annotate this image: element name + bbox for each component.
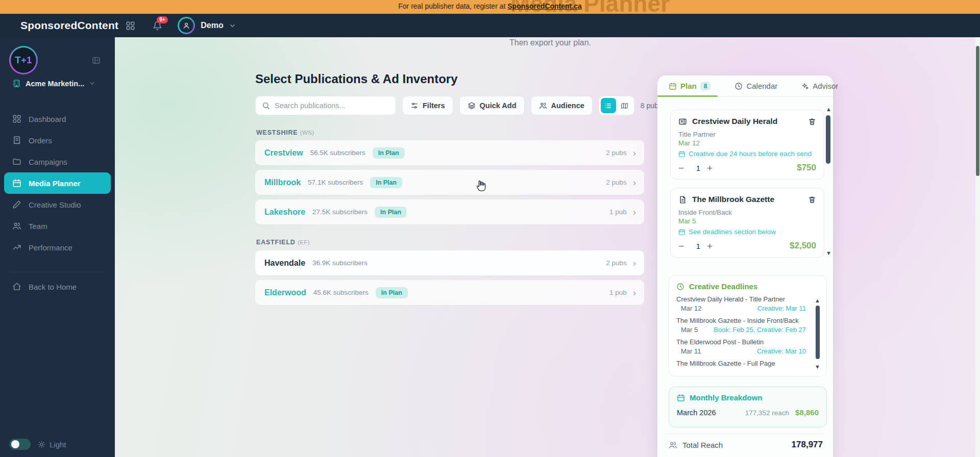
people-icon bbox=[669, 441, 677, 449]
deadline-row: Mar 5 Book: Feb 25, Creative: Feb 27 bbox=[676, 326, 819, 334]
sidebar-divider bbox=[9, 272, 106, 272]
user-menu-chevron-icon[interactable] bbox=[229, 22, 236, 30]
sidebar-item-media-planner[interactable]: Media Planner bbox=[4, 172, 111, 194]
plan-item-note: See deadlines section below bbox=[678, 228, 816, 236]
sidebar-item-label: Creative Studio bbox=[29, 200, 81, 209]
org-switcher[interactable]: Acme Marketin... bbox=[12, 79, 95, 88]
workspace-logo: T+1 bbox=[9, 46, 38, 74]
receipt-icon bbox=[12, 136, 21, 145]
total-reach-row: Total Reach 178,977 bbox=[669, 440, 823, 450]
publication-row-elderwood[interactable]: Elderwood 45.6K subscribers In Plan 1 pu… bbox=[255, 280, 644, 305]
theme-toggle[interactable] bbox=[9, 439, 31, 450]
sidebar-item-campaigns[interactable]: Campaigns bbox=[0, 151, 115, 172]
sidebar-item-team[interactable]: Team bbox=[0, 215, 115, 237]
panel-divider bbox=[666, 434, 825, 434]
deadline-name: Crestview Daily Herald - Title Partner bbox=[676, 295, 819, 303]
quantity-decrease-button[interactable]: − bbox=[678, 163, 690, 173]
plan-item-card: The Millbrook Gazette Inside Front/Back … bbox=[670, 188, 824, 258]
plan-item-note: Creative due 24 hours before each send bbox=[678, 150, 816, 158]
person-icon bbox=[182, 21, 190, 30]
group-header-westshire: WESTSHIRE (WS) bbox=[256, 129, 314, 136]
quantity-increase-button[interactable]: + bbox=[707, 241, 718, 251]
home-icon bbox=[12, 282, 21, 291]
creative-deadlines-heading: Creative Deadlines bbox=[676, 282, 819, 291]
sidebar-collapse-icon[interactable] bbox=[92, 56, 101, 65]
audience-icon bbox=[539, 101, 547, 110]
sun-icon bbox=[38, 441, 45, 448]
deadline-row: Mar 11 Creative: Mar 10 bbox=[676, 347, 819, 355]
delete-item-icon[interactable] bbox=[808, 117, 816, 125]
promo-banner: Media Planner For real publisher data, r… bbox=[0, 0, 980, 14]
brand-logo-text: SponsoredContent bbox=[20, 19, 118, 32]
sidebar-item-back-to-home[interactable]: Back to Home bbox=[0, 276, 115, 297]
filters-button[interactable]: Filters bbox=[402, 96, 453, 115]
calendar-icon bbox=[677, 394, 685, 402]
page-scrollbar-thumb[interactable] bbox=[976, 46, 979, 176]
sidebar-item-label: Team bbox=[29, 222, 47, 231]
sidebar-item-label: Orders bbox=[29, 136, 52, 145]
plan-item-placement: Inside Front/Back bbox=[678, 209, 816, 216]
westshire-rows: Crestview 56.5K subscribers In Plan 2 pu… bbox=[255, 140, 644, 229]
user-name: Demo bbox=[201, 21, 223, 30]
publication-row-havendale[interactable]: Havendale 36.9K subscribers 2 pubs › bbox=[255, 250, 644, 275]
user-avatar[interactable] bbox=[178, 17, 195, 34]
deadlines-scrollbar[interactable] bbox=[816, 306, 820, 359]
page-scrollbar-track[interactable] bbox=[975, 37, 980, 457]
list-icon bbox=[604, 102, 612, 110]
publication-row-lakeshore[interactable]: Lakeshore 27.5K subscribers In Plan 1 pu… bbox=[255, 199, 644, 224]
chevron-right-icon: › bbox=[633, 288, 636, 297]
sidebar-item-performance[interactable]: Performance bbox=[0, 237, 115, 258]
sidebar: T+1 Acme Marketin... Dashboard Orders Ca… bbox=[0, 37, 115, 457]
search-input[interactable] bbox=[275, 101, 389, 110]
list-view-button[interactable] bbox=[601, 98, 616, 113]
layers-icon bbox=[468, 101, 476, 110]
scroll-down-icon[interactable]: ▼ bbox=[815, 364, 820, 370]
quantity-increase-button[interactable]: + bbox=[707, 163, 718, 173]
in-plan-badge: In Plan bbox=[373, 147, 405, 159]
plan-item-placement: Title Partner bbox=[678, 131, 816, 138]
plan-panel: Plan 8 Calendar Advisor Crestview Daily … bbox=[657, 75, 833, 457]
map-view-button[interactable] bbox=[617, 98, 632, 113]
plan-item-title: Crestview Daily Herald bbox=[692, 117, 808, 126]
calendar-icon bbox=[12, 179, 21, 188]
total-reach-label: Total Reach bbox=[682, 441, 723, 449]
group-header-eastfield: EASTFIELD (EF) bbox=[256, 239, 310, 246]
newspaper-icon bbox=[678, 117, 687, 126]
scroll-down-icon[interactable]: ▼ bbox=[826, 250, 831, 256]
sparkles-icon bbox=[801, 82, 809, 90]
deadline-row: Mar 12 Creative: Mar 11 bbox=[676, 304, 819, 312]
sidebar-item-creative-studio[interactable]: Creative Studio bbox=[0, 194, 115, 215]
banner-link[interactable]: SponsoredContent.ca bbox=[507, 2, 581, 10]
publication-row-millbrook[interactable]: Millbrook 57.1K subscribers In Plan 2 pu… bbox=[255, 170, 644, 195]
sidebar-item-orders[interactable]: Orders bbox=[0, 130, 115, 151]
map-icon bbox=[621, 102, 628, 110]
apps-grid-icon[interactable] bbox=[126, 21, 135, 31]
quick-add-button[interactable]: Quick Add bbox=[459, 96, 525, 115]
publication-row-crestview[interactable]: Crestview 56.5K subscribers In Plan 2 pu… bbox=[255, 140, 644, 165]
theme-label: Light bbox=[50, 440, 66, 449]
search-publications[interactable] bbox=[255, 96, 396, 115]
tab-plan[interactable]: Plan 8 bbox=[669, 82, 710, 91]
plan-item-date: Mar 5 bbox=[678, 217, 816, 225]
tab-calendar[interactable]: Calendar bbox=[734, 82, 777, 90]
calendar-icon bbox=[669, 82, 677, 90]
plan-item-date: Mar 12 bbox=[678, 139, 816, 147]
delete-item-icon[interactable] bbox=[808, 195, 816, 204]
creative-deadlines-card: Creative Deadlines Crestview Daily Heral… bbox=[669, 275, 827, 376]
dashboard-icon bbox=[12, 114, 21, 123]
tab-advisor[interactable]: Advisor bbox=[801, 82, 838, 90]
plan-item-price: $2,500 bbox=[718, 241, 816, 251]
audience-button[interactable]: Audience bbox=[531, 96, 593, 115]
sidebar-item-dashboard[interactable]: Dashboard bbox=[0, 108, 115, 130]
in-plan-badge: In Plan bbox=[375, 207, 407, 218]
quantity-decrease-button[interactable]: − bbox=[678, 241, 690, 251]
scroll-up-icon[interactable]: ▲ bbox=[826, 106, 831, 112]
plan-count-badge: 8 bbox=[700, 82, 711, 91]
scroll-up-icon[interactable]: ▲ bbox=[815, 297, 820, 303]
monthly-reach: 177,352 reach bbox=[716, 409, 790, 417]
org-chevron-icon bbox=[89, 80, 95, 87]
notifications-button[interactable]: 9+ bbox=[153, 21, 162, 31]
org-name: Acme Marketin... bbox=[26, 80, 84, 88]
panel-tabs: Plan 8 Calendar Advisor bbox=[657, 75, 833, 97]
plan-list-scrollbar[interactable] bbox=[826, 115, 830, 164]
